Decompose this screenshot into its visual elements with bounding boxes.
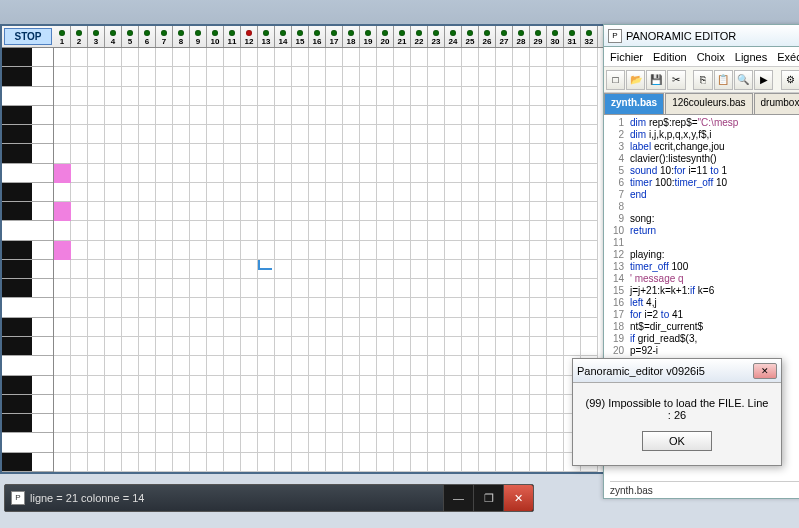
grid-cell[interactable] [530,144,547,163]
grid-cell[interactable] [309,48,326,67]
grid-cell[interactable] [581,164,598,183]
grid-cell[interactable] [496,298,513,317]
grid-cell[interactable] [428,298,445,317]
piano-key[interactable] [2,144,53,163]
grid-cell[interactable] [411,241,428,260]
grid-cell[interactable] [173,260,190,279]
grid-cell[interactable] [292,279,309,298]
grid-cell[interactable] [343,48,360,67]
menu-item-exéc[interactable]: Exéc [777,51,799,63]
grid-cell[interactable] [173,67,190,86]
grid-cell[interactable] [343,337,360,356]
grid-cell[interactable] [564,221,581,240]
grid-cell[interactable] [173,395,190,414]
grid-cell[interactable] [309,414,326,433]
grid-cell[interactable] [343,395,360,414]
grid-cell[interactable] [411,337,428,356]
grid-cell[interactable] [275,144,292,163]
grid-cell[interactable] [411,318,428,337]
column-header-5[interactable]: 5 [122,26,139,47]
open-icon[interactable]: 📂 [626,70,645,90]
grid-cell[interactable] [139,125,156,144]
grid-cell[interactable] [377,395,394,414]
grid-cell[interactable] [343,164,360,183]
grid-cell[interactable] [360,337,377,356]
piano-key[interactable] [2,356,53,375]
grid-cell[interactable] [411,356,428,375]
grid-cell[interactable] [326,202,343,221]
grid-cell[interactable] [326,125,343,144]
grid-cell[interactable] [360,433,377,452]
grid-cell[interactable] [71,67,88,86]
grid-cell[interactable] [292,183,309,202]
grid-cell[interactable] [54,260,71,279]
grid-cell[interactable] [360,202,377,221]
grid-cell[interactable] [156,183,173,202]
grid-cell[interactable] [496,125,513,144]
grid-cell[interactable] [139,260,156,279]
grid-cell[interactable] [122,260,139,279]
grid-cell[interactable] [309,279,326,298]
grid-cell[interactable] [241,376,258,395]
grid-cell[interactable] [462,241,479,260]
grid-cell[interactable] [71,298,88,317]
grid-cell[interactable] [156,67,173,86]
grid-cell[interactable] [462,260,479,279]
grid-cell[interactable] [343,356,360,375]
grid-cell[interactable] [292,67,309,86]
grid-cell[interactable] [139,414,156,433]
grid-cell[interactable] [479,164,496,183]
grid-cell[interactable] [292,125,309,144]
grid-cell[interactable] [241,241,258,260]
grid-cell[interactable] [445,106,462,125]
grid-cell[interactable] [54,453,71,472]
grid-cell[interactable] [105,260,122,279]
grid-cell[interactable] [343,125,360,144]
grid-cell[interactable] [581,144,598,163]
grid-cell[interactable] [258,279,275,298]
grid-cell[interactable] [105,298,122,317]
grid-cell[interactable] [292,144,309,163]
grid-cell[interactable] [241,202,258,221]
grid-cell[interactable] [139,356,156,375]
grid-cell[interactable] [547,453,564,472]
grid-cell[interactable] [513,337,530,356]
grid-cell[interactable] [258,433,275,452]
grid-cell[interactable] [411,453,428,472]
grid-cell[interactable] [190,337,207,356]
grid-cell[interactable] [411,395,428,414]
grid-cell[interactable] [207,87,224,106]
grid-cell[interactable] [513,318,530,337]
grid-cell[interactable] [581,241,598,260]
grid-cell[interactable] [564,202,581,221]
grid-cell[interactable] [547,183,564,202]
grid-cell[interactable] [496,279,513,298]
grid-cell[interactable] [428,318,445,337]
grid-cell[interactable] [394,433,411,452]
grid-cell[interactable] [394,106,411,125]
grid-cell[interactable] [445,318,462,337]
grid-cell[interactable] [190,318,207,337]
grid-cell[interactable] [411,67,428,86]
grid-cell[interactable] [479,298,496,317]
piano-key[interactable] [2,106,53,125]
grid-cell[interactable] [479,356,496,375]
grid-cell[interactable] [241,318,258,337]
grid-cell[interactable] [496,241,513,260]
grid-cell[interactable] [258,298,275,317]
status-minimize-button[interactable]: — [443,485,473,511]
grid-cell[interactable] [71,125,88,144]
grid-cell[interactable] [292,395,309,414]
grid-cell[interactable] [564,279,581,298]
grid-cell[interactable] [343,298,360,317]
grid-cell[interactable] [513,395,530,414]
grid-cell[interactable] [343,376,360,395]
grid-cell[interactable] [207,125,224,144]
code-line[interactable]: 11 [606,237,799,249]
grid-cell[interactable] [547,48,564,67]
grid-cell[interactable] [275,202,292,221]
grid-cell[interactable] [292,337,309,356]
menu-item-fichier[interactable]: Fichier [610,51,643,63]
grid-cell[interactable] [292,241,309,260]
grid-cell[interactable] [224,414,241,433]
